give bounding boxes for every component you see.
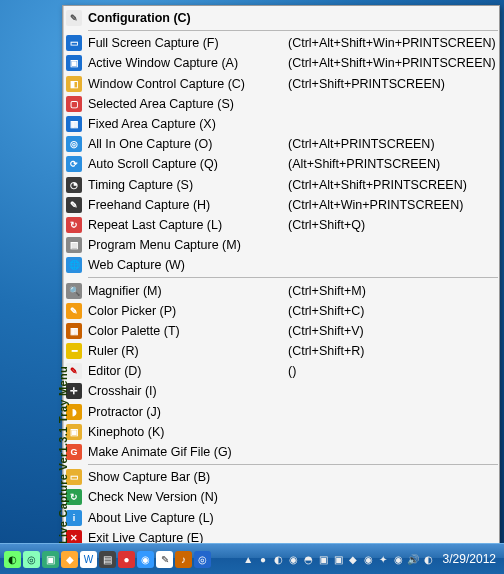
menu-item-label: Color Palette (T) — [88, 324, 268, 338]
tray-icon[interactable]: ▣ — [332, 553, 345, 566]
menu-item-label: Color Picker (P) — [88, 304, 268, 318]
menu-item-label: Repeat Last Capture (L) — [88, 218, 268, 232]
window-control-icon: ◧ — [66, 76, 82, 92]
taskbar-app-icon[interactable]: ▣ — [42, 551, 59, 568]
color-palette-icon: ▦ — [66, 323, 82, 339]
menu-item-animate-gif[interactable]: GMake Animate Gif File (G) — [64, 442, 502, 462]
menu-item-label: Ruler (R) — [88, 344, 268, 358]
menu-item-label: Window Control Capture (C) — [88, 77, 268, 91]
tray-icon[interactable]: ◉ — [287, 553, 300, 566]
menu-item-label: Configuration (C) — [88, 11, 268, 25]
menu-item-repeat[interactable]: ↻Repeat Last Capture (L)(Ctrl+Shift+Q) — [64, 215, 502, 235]
taskbar-app-icon[interactable]: ◉ — [137, 551, 154, 568]
menu-item-check-version[interactable]: ↻Check New Version (N) — [64, 487, 502, 507]
color-picker-icon: ✎ — [66, 303, 82, 319]
menu-item-shortcut: (Ctrl+Shift+PRINTSCREEN) — [268, 77, 496, 91]
timing-icon: ◔ — [66, 177, 82, 193]
taskbar-right: ▲●◐◉◓▣▣◆◉✦◉🔊◐ 3/29/2012 — [242, 552, 504, 566]
menu-item-label: About Live Capture (L) — [88, 511, 268, 525]
web-icon: 🌐 — [66, 257, 82, 273]
taskbar-app-icon[interactable]: ♪ — [175, 551, 192, 568]
menu-item-label: Check New Version (N) — [88, 490, 268, 504]
tray-icon[interactable]: ◉ — [392, 553, 405, 566]
repeat-icon: ↻ — [66, 217, 82, 233]
system-tray[interactable]: ▲●◐◉◓▣▣◆◉✦◉🔊◐ — [242, 553, 435, 566]
menu-item-crosshair[interactable]: ✛Crosshair (I) — [64, 381, 502, 401]
fullscreen-icon: ▭ — [66, 35, 82, 51]
menu-item-shortcut: (Ctrl+Alt+PRINTSCREEN) — [268, 137, 496, 151]
menu-item-label: Auto Scroll Capture (Q) — [88, 157, 268, 171]
menu-item-freehand[interactable]: ✎Freehand Capture (H)(Ctrl+Alt+Win+PRINT… — [64, 195, 502, 215]
menu-item-label: Kinephoto (K) — [88, 425, 268, 439]
menu-item-label: Show Capture Bar (B) — [88, 470, 268, 484]
menu-item-magnifier[interactable]: 🔍Magnifier (M)(Ctrl+Shift+M) — [64, 280, 502, 300]
menu-item-web[interactable]: 🌐Web Capture (W) — [64, 255, 502, 275]
menu-item-label: Make Animate Gif File (G) — [88, 445, 268, 459]
menu-item-shortcut: (Ctrl+Alt+Win+PRINTSCREEN) — [268, 198, 496, 212]
menu-item-label: Full Screen Capture (F) — [88, 36, 268, 50]
taskbar-apps: ◐ ◎ ▣ ◆ W ▤ ● ◉ ✎ ♪ ◎ — [0, 551, 211, 568]
tray-icon[interactable]: ● — [257, 553, 270, 566]
tray-icon[interactable]: ◐ — [272, 553, 285, 566]
taskbar-clock[interactable]: 3/29/2012 — [443, 552, 496, 566]
fixed-area-icon: ▦ — [66, 116, 82, 132]
tray-icon[interactable]: ◉ — [362, 553, 375, 566]
tray-icon[interactable]: ◓ — [302, 553, 315, 566]
menu-item-all-in-one[interactable]: ◎All In One Capture (O)(Ctrl+Alt+PRINTSC… — [64, 134, 502, 154]
menu-item-label: Protractor (J) — [88, 405, 268, 419]
menu-item-config[interactable]: ✎Configuration (C) — [64, 8, 502, 28]
menu-item-fullscreen[interactable]: ▭Full Screen Capture (F)(Ctrl+Alt+Shift+… — [64, 33, 502, 53]
taskbar-app-icon[interactable]: ◎ — [194, 551, 211, 568]
menu-item-kinephoto[interactable]: ▣Kinephoto (K) — [64, 422, 502, 442]
menu-item-label: Freehand Capture (H) — [88, 198, 268, 212]
selected-area-icon: ▢ — [66, 96, 82, 112]
tray-icon[interactable]: ◐ — [422, 553, 435, 566]
tray-icon[interactable]: ▣ — [317, 553, 330, 566]
menu-item-label: All In One Capture (O) — [88, 137, 268, 151]
taskbar-app-icon[interactable]: ▤ — [99, 551, 116, 568]
menu-item-label: Fixed Area Capture (X) — [88, 117, 268, 131]
menu-item-editor[interactable]: ✎Editor (D)() — [64, 361, 502, 381]
tray-icon[interactable]: ✦ — [377, 553, 390, 566]
all-in-one-icon: ◎ — [66, 136, 82, 152]
taskbar-app-icon[interactable]: ● — [118, 551, 135, 568]
taskbar-app-icon[interactable]: ◆ — [61, 551, 78, 568]
taskbar-app-icon[interactable]: ✎ — [156, 551, 173, 568]
taskbar-app-icon[interactable]: ◐ — [4, 551, 21, 568]
menu-item-auto-scroll[interactable]: ⟳Auto Scroll Capture (Q)(Alt+Shift+PRINT… — [64, 154, 502, 174]
taskbar-app-icon[interactable]: ◎ — [23, 551, 40, 568]
menu-item-timing[interactable]: ◔Timing Capture (S)(Ctrl+Alt+Shift+PRINT… — [64, 175, 502, 195]
tray-icon[interactable]: 🔊 — [407, 553, 420, 566]
menu-item-label: Crosshair (I) — [88, 384, 268, 398]
menu-item-ruler[interactable]: ━Ruler (R)(Ctrl+Shift+R) — [64, 341, 502, 361]
tray-context-menu: Live Capture Ver1.3.1 Tray Menu ✎Configu… — [62, 5, 500, 551]
menu-item-shortcut: (Alt+Shift+PRINTSCREEN) — [268, 157, 496, 171]
menu-item-label: Editor (D) — [88, 364, 268, 378]
menu-item-color-palette[interactable]: ▦Color Palette (T)(Ctrl+Shift+V) — [64, 321, 502, 341]
menu-item-shortcut: () — [268, 364, 496, 378]
menu-item-fixed-area[interactable]: ▦Fixed Area Capture (X) — [64, 114, 502, 134]
taskbar-app-icon[interactable]: W — [80, 551, 97, 568]
menu-item-shortcut: (Ctrl+Shift+Q) — [268, 218, 496, 232]
menu-item-program-menu[interactable]: ▤Program Menu Capture (M) — [64, 235, 502, 255]
menu-item-show-bar[interactable]: ▭Show Capture Bar (B) — [64, 467, 502, 487]
menu-separator — [88, 464, 498, 465]
menu-item-window-control[interactable]: ◧Window Control Capture (C)(Ctrl+Shift+P… — [64, 74, 502, 94]
menu-gutter: Live Capture Ver1.3.1 Tray Menu — [63, 6, 64, 550]
menu-item-selected-area[interactable]: ▢Selected Area Capture (S) — [64, 94, 502, 114]
menu-item-shortcut: (Ctrl+Shift+V) — [268, 324, 496, 338]
menu-item-label: Selected Area Capture (S) — [88, 97, 268, 111]
ruler-icon: ━ — [66, 343, 82, 359]
desktop: Live Capture Ver1.3.1 Tray Menu ✎Configu… — [0, 0, 504, 574]
menu-item-color-picker[interactable]: ✎Color Picker (P)(Ctrl+Shift+C) — [64, 301, 502, 321]
menu-item-active-window[interactable]: ▣Active Window Capture (A)(Ctrl+Alt+Shif… — [64, 53, 502, 73]
menu-item-protractor[interactable]: ◗Protractor (J) — [64, 402, 502, 422]
menu-item-shortcut: (Ctrl+Shift+C) — [268, 304, 496, 318]
menu-item-label: Web Capture (W) — [88, 258, 268, 272]
tray-icon[interactable]: ◆ — [347, 553, 360, 566]
tray-icon[interactable]: ▲ — [242, 553, 255, 566]
menu-item-about[interactable]: iAbout Live Capture (L) — [64, 508, 502, 528]
active-window-icon: ▣ — [66, 55, 82, 71]
program-menu-icon: ▤ — [66, 237, 82, 253]
menu-item-label: Timing Capture (S) — [88, 178, 268, 192]
